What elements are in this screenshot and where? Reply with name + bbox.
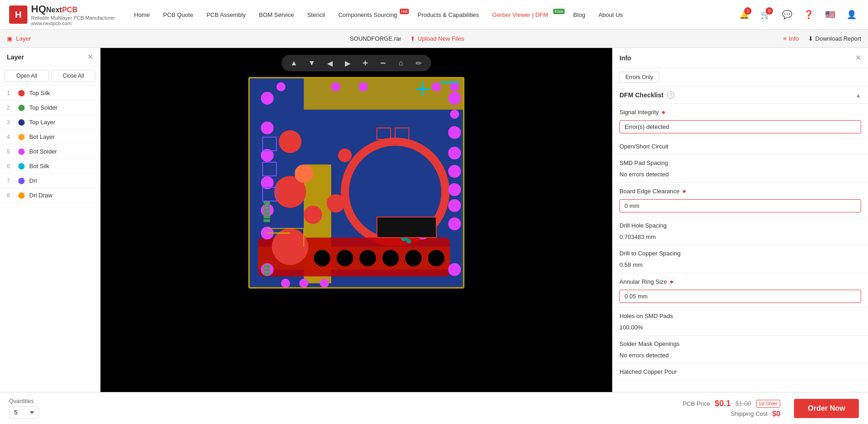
pan-right-button[interactable]: ▶ (342, 58, 353, 69)
logo-tagline: Reliable Multilayer PCB Manufacturer (31, 15, 115, 21)
layer-item[interactable]: 6 Bot Silk (0, 159, 100, 174)
nav-about-us[interactable]: About Us (593, 8, 628, 22)
dfm-help-icon[interactable]: ? (667, 91, 674, 99)
logo-area[interactable]: H HQ Next PCB Reliable Multilayer PCB Ma… (9, 3, 115, 26)
first-order-badge: 1st Order (756, 400, 781, 408)
dfm-drill-to-copper: Drill to Copper Spacing 0.58 mm (613, 245, 868, 273)
board-edge-clearance-error-icon: ● (683, 187, 686, 195)
layer-color-dot (18, 105, 25, 111)
free-badge: Free (553, 9, 565, 14)
main-area: Layer ✕ Open All Close All 1 Top Silk 2 … (0, 48, 868, 424)
nav-pcb-assembly[interactable]: PCB Assembly (201, 8, 251, 22)
nav-blog[interactable]: Blog (568, 8, 591, 22)
nav-pcb-quote[interactable]: PCB Quote (158, 8, 199, 22)
layer-item[interactable]: 7 Drl (0, 174, 100, 188)
layer-toggle[interactable]: ▣ Layer (7, 35, 31, 42)
quantity-select[interactable]: 5 10 25 50 100 (9, 406, 38, 419)
close-all-button[interactable]: Close All (51, 70, 95, 82)
nav-components-sourcing[interactable]: Components Sourcing Hot (333, 8, 410, 22)
cart-icon[interactable]: 🛒 0 (758, 7, 773, 22)
annular-ring-size-input[interactable] (619, 290, 861, 303)
pcb-viewer (244, 73, 468, 297)
panel-close-button[interactable]: ✕ (87, 53, 93, 61)
svg-point-17 (359, 82, 368, 91)
svg-point-20 (448, 92, 461, 105)
signal-integrity-input[interactable] (619, 120, 861, 133)
header: H HQ Next PCB Reliable Multilayer PCB Ma… (0, 0, 868, 30)
nav-gerber-viewer[interactable]: Gerber Viewer | DFM Free (487, 8, 566, 22)
svg-point-37 (299, 279, 308, 288)
nav-products-capabilities[interactable]: Products & Capabilities (412, 8, 484, 22)
hot-badge: Hot (400, 9, 409, 14)
info-button[interactable]: ≡ Info (783, 35, 799, 42)
svg-rect-50 (264, 205, 270, 207)
solder-mask-openings-value: No errors detected (619, 350, 669, 360)
svg-point-62 (407, 239, 411, 244)
dfm-annular-ring-size: Annular Ring Size ● (613, 273, 868, 308)
nav-bom-service[interactable]: BOM Service (254, 8, 300, 22)
logo-url: www.nextpcb.com (31, 21, 115, 26)
board-edge-clearance-input[interactable] (619, 199, 861, 212)
layer-label: Layer (16, 35, 31, 42)
svg-rect-53 (264, 216, 270, 218)
layer-item[interactable]: 2 Top Solder (0, 101, 100, 115)
help-icon[interactable]: ❓ (801, 7, 816, 22)
pan-left-button[interactable]: ◀ (324, 58, 335, 69)
panel-header: Layer ✕ (0, 48, 100, 66)
svg-point-21 (450, 110, 459, 119)
panel-actions: Open All Close All (0, 66, 100, 86)
quantities-label: Quantities (9, 398, 38, 404)
svg-rect-56 (264, 269, 270, 271)
shipping-price: $0 (772, 410, 780, 418)
svg-point-8 (314, 250, 330, 266)
svg-point-25 (448, 183, 461, 196)
flag-icon[interactable]: 🇺🇸 (823, 7, 837, 22)
layer-item[interactable]: 5 Bot Solder (0, 144, 100, 159)
dfm-drill-hole-spacing: Drill Hole Spacing 0.703483 mm (613, 217, 868, 245)
dfm-solder-mask-openings: Solder Mask Openings No errors detected (613, 336, 868, 364)
errors-only-button[interactable]: Errors Only (619, 72, 659, 83)
zoom-out-button[interactable]: − (378, 58, 389, 69)
pcb-canvas-area: ▲ ▼ ◀ ▶ + − ⌂ ✏ (101, 48, 612, 424)
dfm-title: DFM Checklist (619, 91, 663, 99)
panel-title: Layer (7, 53, 24, 61)
svg-point-12 (405, 250, 422, 266)
drill-to-copper-label: Drill to Copper Spacing (619, 250, 681, 257)
file-name: SOUNDFORGE.rar (350, 35, 402, 42)
open-all-button[interactable]: Open All (5, 70, 49, 82)
layer-item[interactable]: 3 Top Layer (0, 115, 100, 130)
layer-item[interactable]: 1 Top Silk (0, 86, 100, 101)
layer-color-dot (18, 192, 25, 199)
layer-item[interactable]: 4 Bot Layer (0, 130, 100, 144)
home-button[interactable]: ⌂ (396, 58, 407, 69)
pan-down-button[interactable]: ▼ (307, 58, 318, 69)
nav-stencil[interactable]: Stencil (302, 8, 330, 22)
zoom-in-button[interactable]: + (360, 58, 371, 69)
logo-hq: HQ (31, 3, 46, 15)
layer-item[interactable]: 8 Drl Draw (0, 188, 100, 203)
pan-up-button[interactable]: ▲ (289, 58, 300, 69)
nav-home[interactable]: Home (128, 8, 155, 22)
download-report-button[interactable]: ⬇ Download Report (808, 35, 861, 42)
smd-pad-spacing-label: SMD Pad Spacing (619, 159, 668, 166)
download-icon: ⬇ (808, 35, 813, 42)
user-icon[interactable]: 👤 (844, 7, 859, 22)
order-now-button[interactable]: Order Now (794, 399, 859, 418)
dfm-open-short-circuit: Open/Short Circuit (613, 138, 868, 155)
layer-icon: ▣ (7, 35, 12, 42)
signal-integrity-label: Signal Integrity (619, 109, 659, 116)
shipping-label: Shipping Cost (730, 410, 767, 417)
dfm-signal-integrity: Signal Integrity ● (613, 104, 868, 138)
dfm-header: DFM Checklist ? ▲ (613, 87, 868, 104)
pcb-price-new: $0.1 (715, 399, 730, 408)
notifications-icon[interactable]: 🔔 1 (737, 7, 752, 22)
right-panel-close-button[interactable]: ✕ (855, 53, 861, 62)
edit-button[interactable]: ✏ (413, 58, 424, 69)
upload-button[interactable]: ⬆ Upload New Files (410, 35, 464, 42)
signal-integrity-error-icon: ● (662, 108, 665, 116)
chat-icon[interactable]: 💬 (780, 7, 794, 22)
drill-hole-spacing-label: Drill Hole Spacing (619, 222, 667, 229)
dfm-collapse-button[interactable]: ▲ (855, 92, 861, 99)
layer-color-dot (18, 178, 25, 184)
svg-rect-52 (264, 212, 270, 215)
